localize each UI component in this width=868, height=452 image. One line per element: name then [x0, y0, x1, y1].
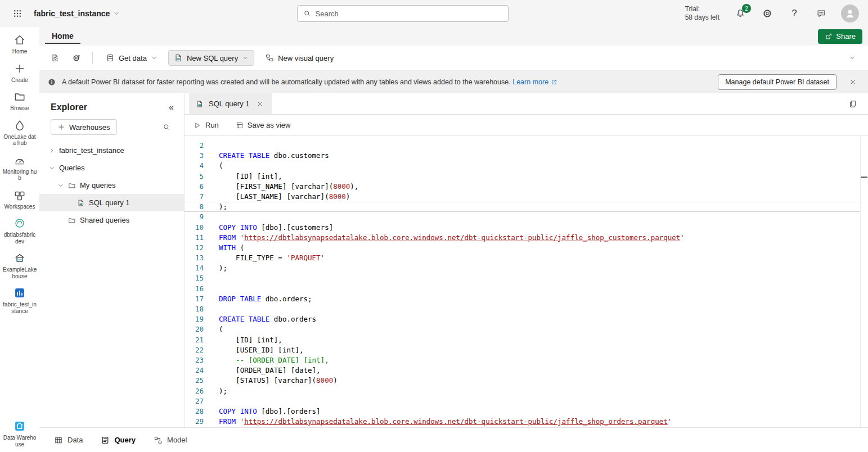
line-number: 10 [185, 223, 204, 233]
rail-item-onelake-data-hub[interactable]: OneLake data hub [1, 119, 38, 147]
code-line-5[interactable]: 5 [ID] [int], [185, 171, 868, 182]
code-line-16[interactable]: 16 [185, 284, 868, 294]
get-data-button[interactable]: Get data [101, 51, 163, 65]
tree-item-sql-query-1[interactable]: SQL query 1 [39, 194, 184, 211]
tree-item-queries[interactable]: Queries [39, 159, 184, 177]
line-number: 5 [185, 171, 204, 182]
tree-item-my-queries[interactable]: My queries [39, 177, 184, 194]
search-input[interactable] [316, 10, 502, 18]
rail-item-monitoring-hub[interactable]: Monitoring hub [1, 154, 38, 182]
code-text: -- [ORDER_DATE] [int], [219, 355, 329, 365]
close-icon [849, 78, 857, 86]
feedback-button[interactable] [814, 6, 829, 21]
chevron-down-icon [113, 10, 120, 17]
banner-close-button[interactable] [845, 75, 860, 89]
settings-button[interactable] [760, 6, 775, 21]
trial-status: Trial: 58 days left [685, 5, 719, 22]
run-button[interactable]: Run [194, 121, 219, 129]
line-number: 27 [185, 396, 204, 406]
run-label: Run [205, 121, 219, 129]
manage-default-dataset-button[interactable]: Manage default Power BI dataset [718, 74, 836, 90]
help-button[interactable]: ? [787, 6, 802, 21]
code-line-6[interactable]: 6 [FIRST_NAME] [varchar](8000), [185, 182, 868, 192]
code-line-9[interactable]: 9 [185, 212, 868, 222]
view-tab-model[interactable]: Model [154, 436, 187, 445]
account-avatar[interactable] [841, 4, 859, 22]
rail-item-data-warehouse[interactable]: Data Warehouse [1, 420, 38, 448]
code-line-8[interactable]: 8); [185, 202, 868, 212]
view-tab-data[interactable]: Data [54, 436, 83, 445]
code-line-12[interactable]: 12WITH ( [185, 243, 868, 253]
tree-item-label: SQL query 1 [89, 198, 130, 207]
code-line-27[interactable]: 27 [185, 396, 868, 406]
new-visual-query-button[interactable]: New visual query [260, 51, 339, 65]
query-tab[interactable]: SQL query 1 [189, 93, 272, 114]
code-line-25[interactable]: 25 [STATUS] [varchar](8000) [185, 376, 868, 386]
code-line-29[interactable]: 29FROM 'https://dbtlabsynapsedatalake.bl… [185, 417, 868, 427]
editor-scrollbar[interactable] [860, 136, 868, 427]
query-toolbar: Run Save as view [185, 115, 868, 136]
code-text: FILE_TYPE = 'PARQUET' [219, 253, 325, 263]
new-report-button[interactable] [47, 50, 63, 66]
new-sql-query-button[interactable]: New SQL query [168, 50, 254, 66]
get-data-label: Get data [119, 54, 147, 62]
banner-message: A default Power BI dataset for faster re… [62, 78, 557, 86]
add-warehouses-button[interactable]: Warehouses [51, 119, 117, 135]
tree-item-label: My queries [80, 181, 116, 189]
code-line-17[interactable]: 17DROP TABLE dbo.orders; [185, 294, 868, 304]
rail-item-examplelakehouse[interactable]: ExampleLakehouse [1, 252, 38, 279]
app-launcher-button[interactable] [9, 5, 26, 22]
workspace-switcher[interactable]: fabric_test_instance [34, 9, 120, 18]
notifications-button[interactable]: 2 [733, 6, 748, 21]
code-line-26[interactable]: 26); [185, 386, 868, 396]
rail-item-label: Data Warehouse [1, 435, 38, 448]
scrollbar-thumb[interactable] [861, 177, 867, 178]
code-text: [FIRST_NAME] [varchar](8000), [219, 182, 358, 192]
code-line-24[interactable]: 24 [ORDER_DATE] [date], [185, 365, 868, 376]
rail-item-home[interactable]: Home [1, 34, 38, 55]
rail-item-browse[interactable]: Browse [1, 91, 38, 112]
code-line-3[interactable]: 3CREATE TABLE dbo.customers [185, 151, 868, 161]
code-line-13[interactable]: 13 FILE_TYPE = 'PARQUET' [185, 253, 868, 263]
sql-editor[interactable]: 23CREATE TABLE dbo.customers4(5 [ID] [in… [185, 136, 868, 427]
close-tab-button[interactable] [255, 99, 265, 109]
code-line-10[interactable]: 10COPY INTO [dbo].[customers] [185, 223, 868, 233]
code-line-7[interactable]: 7 [LAST_NAME] [varchar](8000) [185, 192, 868, 202]
settings-sparkle-button[interactable] [69, 50, 84, 66]
code-line-23[interactable]: 23 -- [ORDER_DATE] [int], [185, 355, 868, 365]
save-as-view-button[interactable]: Save as view [236, 121, 291, 129]
code-line-21[interactable]: 21 [ID] [int], [185, 335, 868, 345]
code-line-19[interactable]: 19CREATE TABLE dbo.orders [185, 314, 868, 324]
share-button[interactable]: Share [818, 29, 862, 44]
chevR-icon [48, 147, 55, 154]
code-line-15[interactable]: 15 [185, 273, 868, 283]
datawarehouse-icon [14, 420, 26, 432]
explorer-search-button[interactable] [159, 120, 174, 134]
code-line-20[interactable]: 20( [185, 324, 868, 335]
code-line-14[interactable]: 14); [185, 263, 868, 273]
rail-item-create[interactable]: Create [1, 62, 38, 84]
collapse-ribbon-button[interactable] [844, 50, 860, 66]
rail-item-fabric-test-instance[interactable]: fabric_test_instance [1, 287, 38, 314]
code-line-28[interactable]: 28COPY INTO [dbo].[orders] [185, 406, 868, 417]
line-number: 14 [185, 263, 204, 273]
global-search[interactable] [297, 5, 509, 22]
code-line-11[interactable]: 11FROM 'https://dbtlabsynapsedatalake.bl… [185, 233, 868, 243]
tab-home[interactable]: Home [45, 29, 80, 44]
toolbar-separator [92, 52, 93, 64]
rail-item-workspaces[interactable]: Workspaces [1, 189, 38, 210]
code-line-4[interactable]: 4( [185, 161, 868, 171]
rail-item-dbtlabsfabricdev[interactable]: dbtlabsfabricdev [1, 217, 38, 245]
code-line-18[interactable]: 18 [185, 304, 868, 314]
copy-button[interactable] [845, 97, 860, 111]
collapse-explorer-button[interactable]: « [169, 102, 174, 112]
code-text: ); [219, 386, 227, 396]
tree-item-shared-queries[interactable]: Shared queries [39, 211, 184, 229]
view-tab-query[interactable]: Query [101, 436, 136, 445]
learn-more-link[interactable]: Learn more [512, 78, 557, 86]
line-number: 20 [185, 324, 204, 335]
tree-item-fabric-test-instance[interactable]: fabric_test_instance [39, 142, 184, 159]
code-line-2[interactable]: 2 [185, 141, 868, 151]
code-line-22[interactable]: 22 [USER_ID] [int], [185, 345, 868, 355]
copy-icon [848, 100, 857, 109]
